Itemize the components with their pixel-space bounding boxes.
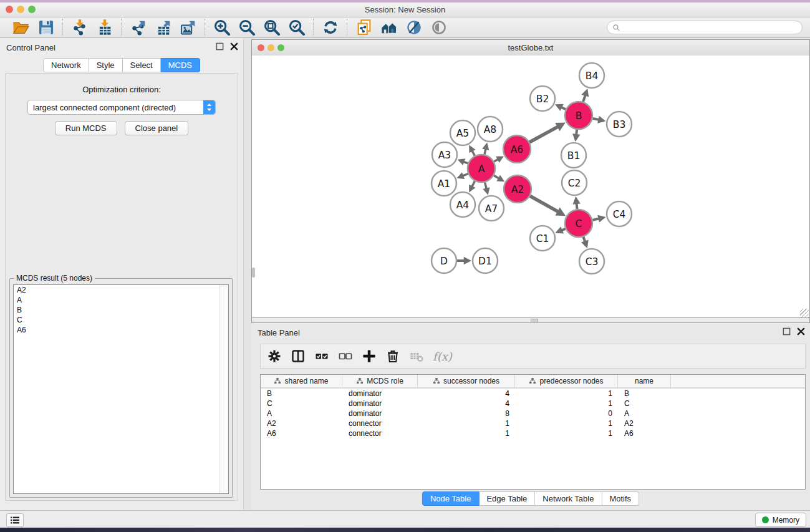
table-row[interactable]: A6connector11A6 — [261, 428, 805, 438]
open-session-icon[interactable] — [12, 19, 30, 36]
column-header-name[interactable]: name — [618, 375, 671, 387]
hide-graphics-details-icon[interactable] — [430, 19, 448, 36]
export-table-icon[interactable] — [155, 19, 172, 36]
table-row[interactable]: Adominator80A — [261, 409, 805, 418]
show-panels-button[interactable] — [6, 513, 24, 527]
edge-A-A3[interactable] — [463, 162, 468, 163]
edge-A-A8[interactable] — [485, 149, 486, 155]
settings-gear-icon[interactable] — [267, 349, 282, 364]
split-columns-icon[interactable] — [291, 349, 306, 364]
node-C2[interactable]: C2 — [562, 170, 587, 195]
edge-A-A1[interactable] — [463, 174, 468, 176]
deselect-all-checkboxes-icon[interactable] — [338, 349, 353, 364]
divider-handle[interactable] — [531, 319, 538, 323]
memory-button[interactable]: Memory — [755, 513, 806, 527]
refresh-layout-icon[interactable] — [322, 19, 339, 36]
node-B1[interactable]: B1 — [561, 143, 586, 168]
node-B[interactable]: B — [565, 102, 592, 129]
import-table-icon[interactable] — [96, 19, 113, 36]
criterion-dropdown[interactable]: largest connected component (directed) — [27, 100, 216, 115]
zoom-selected-icon[interactable] — [288, 19, 306, 36]
result-scrollbar[interactable] — [219, 285, 228, 493]
mcds-result-list[interactable]: A2ABCA6 — [13, 284, 229, 494]
edge-A-A4[interactable] — [472, 181, 475, 186]
table-tab-network-table[interactable]: Network Table — [535, 491, 602, 506]
edge-B-B4[interactable] — [583, 95, 585, 102]
first-neighbors-icon[interactable] — [380, 19, 398, 36]
edge-A-A6[interactable] — [494, 159, 498, 162]
edge-B-B2[interactable] — [561, 107, 566, 109]
zoom-in-icon[interactable] — [213, 19, 231, 36]
node-A8[interactable]: A8 — [478, 117, 503, 142]
node-C1[interactable]: C1 — [530, 226, 555, 251]
node-D1[interactable]: D1 — [473, 248, 498, 273]
table-tab-node-table[interactable]: Node Table — [422, 491, 480, 506]
tab-style[interactable]: Style — [89, 58, 123, 72]
mcds-result-item[interactable]: A2 — [14, 285, 228, 295]
select-all-checkboxes-icon[interactable] — [314, 349, 329, 364]
resize-grip-icon[interactable] — [800, 309, 809, 317]
node-C4[interactable]: C4 — [607, 201, 632, 226]
edge-A-A7[interactable] — [485, 182, 487, 188]
table-row[interactable]: Bdominator41B — [261, 389, 805, 399]
edge-A-A2[interactable] — [494, 175, 499, 178]
tab-select[interactable]: Select — [123, 58, 161, 72]
tab-mcds[interactable]: MCDS — [161, 58, 200, 72]
node-B2[interactable]: B2 — [530, 86, 555, 111]
column-header-MCDS-role[interactable]: MCDS role — [342, 375, 418, 387]
mcds-result-item[interactable]: A6 — [14, 325, 228, 335]
save-session-icon[interactable] — [37, 19, 55, 36]
close-panel-button[interactable]: Close panel — [125, 121, 189, 135]
mcds-result-item[interactable]: A — [14, 295, 228, 305]
column-header-empty[interactable] — [671, 375, 805, 387]
network-vertical-scrollthumb[interactable] — [252, 268, 255, 278]
edge-A6-B[interactable] — [529, 127, 558, 142]
edge-C-C3[interactable] — [583, 237, 585, 242]
zoom-fit-icon[interactable] — [263, 19, 281, 36]
node-table[interactable]: shared nameMCDS rolesuccessor nodesprede… — [260, 374, 806, 490]
table-tab-motifs[interactable]: Motifs — [602, 491, 639, 506]
network-window-titlebar[interactable]: testGlobe.txt — [252, 40, 809, 56]
node-A4[interactable]: A4 — [450, 192, 475, 217]
close-table-panel-icon[interactable] — [797, 327, 805, 336]
node-A2[interactable]: A2 — [504, 175, 531, 203]
node-A1[interactable]: A1 — [432, 171, 456, 196]
show-graphics-details-icon[interactable] — [405, 19, 423, 36]
node-C[interactable]: C — [565, 210, 592, 237]
node-A[interactable]: A — [468, 155, 495, 182]
node-B3[interactable]: B3 — [607, 112, 632, 137]
edge-A2-C[interactable] — [530, 196, 558, 211]
table-row[interactable]: A2connector11A2 — [261, 418, 805, 428]
delete-table-icon[interactable] — [409, 349, 424, 364]
float-table-panel-icon[interactable] — [783, 327, 791, 336]
close-panel-icon[interactable] — [230, 42, 238, 51]
search-box[interactable] — [607, 21, 803, 34]
delete-rows-icon[interactable] — [385, 349, 400, 364]
node-A6[interactable]: A6 — [503, 135, 531, 163]
edge-C-C4[interactable] — [592, 218, 599, 220]
column-header-shared-name[interactable]: shared name — [261, 375, 342, 387]
edge-B-B3[interactable] — [592, 118, 599, 120]
edge-A-A5[interactable] — [472, 151, 475, 156]
node-A3[interactable]: A3 — [432, 142, 457, 167]
column-header-successor-nodes[interactable]: successor nodes — [418, 375, 515, 387]
tab-network[interactable]: Network — [43, 58, 89, 72]
node-B4[interactable]: B4 — [579, 63, 604, 88]
new-network-from-selection-icon[interactable] — [355, 19, 373, 36]
import-network-icon[interactable] — [71, 19, 89, 36]
mcds-result-item[interactable]: B — [14, 305, 228, 315]
table-tab-edge-table[interactable]: Edge Table — [479, 491, 535, 506]
column-header-predecessor-nodes[interactable]: predecessor nodes — [515, 375, 618, 387]
node-A5[interactable]: A5 — [450, 120, 475, 145]
table-row[interactable]: Cdominator41C — [261, 399, 805, 409]
mcds-result-item[interactable]: C — [14, 315, 228, 325]
zoom-out-icon[interactable] — [238, 19, 256, 36]
search-input[interactable] — [623, 22, 797, 32]
node-D[interactable]: D — [432, 248, 456, 273]
add-column-icon[interactable] — [362, 349, 377, 364]
export-network-icon[interactable] — [130, 19, 147, 36]
edge-B-B1[interactable] — [576, 130, 577, 135]
edge-C-C2[interactable] — [577, 203, 577, 209]
float-panel-icon[interactable] — [216, 42, 224, 51]
node-C3[interactable]: C3 — [579, 249, 604, 274]
